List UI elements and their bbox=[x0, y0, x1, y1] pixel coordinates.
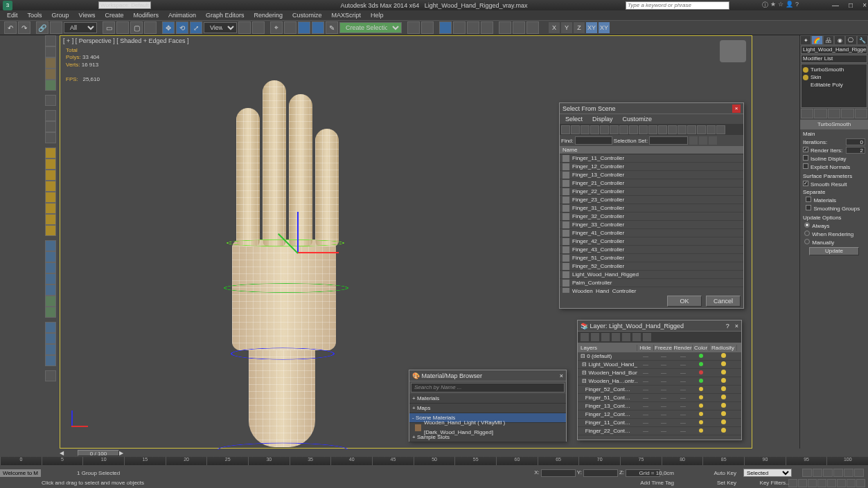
time-ruler[interactable]: 0510152025303540455055606570758085909510… bbox=[0, 457, 868, 465]
key-mode-select[interactable]: Selected bbox=[743, 469, 792, 477]
explicit-checkbox[interactable] bbox=[803, 163, 808, 169]
angle-snap-button[interactable] bbox=[284, 21, 296, 34]
menu-animation[interactable]: Animation bbox=[168, 12, 196, 19]
hide-button[interactable] bbox=[632, 333, 641, 341]
material-editor-button[interactable] bbox=[481, 21, 493, 34]
select-region-button[interactable]: ▢ bbox=[130, 21, 143, 34]
constraint-xy2[interactable]: XY bbox=[599, 22, 610, 33]
filter-icon[interactable] bbox=[707, 125, 716, 134]
tool-icon[interactable] bbox=[45, 307, 56, 318]
show-end-result-button[interactable] bbox=[814, 109, 826, 118]
menu-modifiers[interactable]: Modifiers bbox=[133, 12, 159, 19]
goto-start-button[interactable] bbox=[802, 469, 812, 477]
select-button[interactable]: ▭ bbox=[103, 21, 115, 34]
menu-rendering[interactable]: Rendering bbox=[254, 12, 283, 19]
select-name-button[interactable] bbox=[116, 21, 129, 34]
addtime-button[interactable]: Add Time Tag bbox=[640, 480, 674, 486]
freeze-button[interactable] bbox=[643, 333, 651, 341]
filter-icon[interactable] bbox=[581, 125, 590, 134]
tool-icon[interactable] bbox=[45, 240, 56, 251]
update-always-radio[interactable] bbox=[804, 222, 810, 228]
play-button[interactable] bbox=[823, 469, 833, 477]
time-slider-knob[interactable]: 0 / 100 bbox=[78, 450, 119, 456]
tool-icon[interactable] bbox=[45, 225, 56, 236]
close-icon[interactable]: × bbox=[732, 105, 741, 113]
filter-icon[interactable] bbox=[561, 125, 570, 134]
zoom-extents-button[interactable] bbox=[808, 479, 817, 487]
layer-row[interactable]: ⊟ Wooden_Hand_Bon…——— bbox=[578, 369, 741, 377]
layer-row[interactable]: Finger_52_Cont…——— bbox=[578, 386, 741, 394]
list-item[interactable]: Palm_Controller bbox=[560, 279, 743, 287]
col-render[interactable]: Render bbox=[673, 345, 693, 351]
update-button[interactable]: Update bbox=[809, 247, 859, 255]
tab-create[interactable]: ✦ bbox=[800, 35, 811, 45]
undo-button[interactable]: ↶ bbox=[4, 21, 17, 34]
menu-maxscript[interactable]: MAXScript bbox=[332, 12, 362, 19]
layer-row[interactable]: ⊟ Wooden_Ha…ontr…——— bbox=[578, 377, 741, 386]
tool-icon[interactable] bbox=[45, 262, 56, 273]
tab-display[interactable]: 🖵 bbox=[845, 35, 856, 45]
constraint-x[interactable]: X bbox=[549, 22, 560, 33]
tool-icon[interactable] bbox=[45, 203, 56, 214]
list-item[interactable]: Finger_13_Controller bbox=[560, 171, 743, 179]
tool-icon[interactable] bbox=[45, 181, 56, 192]
filter-icon[interactable] bbox=[610, 125, 619, 134]
pivot-button[interactable] bbox=[238, 21, 251, 34]
make-unique-button[interactable] bbox=[828, 109, 840, 118]
tool-icon[interactable] bbox=[45, 214, 56, 225]
align-button[interactable] bbox=[421, 21, 434, 34]
selset-icon[interactable] bbox=[699, 136, 707, 145]
pin-stack-button[interactable] bbox=[801, 109, 813, 118]
render-iters-checkbox[interactable] bbox=[803, 147, 808, 152]
list-item[interactable]: Finger_41_Controller bbox=[560, 229, 743, 237]
key-mode-button[interactable] bbox=[854, 469, 864, 477]
tool-icon[interactable] bbox=[45, 95, 56, 106]
render-iters-spinner[interactable]: 2 bbox=[846, 147, 865, 154]
maximize-button[interactable]: □ bbox=[849, 1, 853, 9]
list-item[interactable]: Finger_31_Controller bbox=[560, 204, 743, 213]
remove-mod-button[interactable] bbox=[841, 109, 853, 118]
add-to-layer-button[interactable] bbox=[601, 333, 610, 341]
filter-icon[interactable] bbox=[716, 125, 725, 134]
menu-help[interactable]: Help bbox=[371, 12, 384, 19]
unlink-button[interactable] bbox=[50, 21, 62, 34]
mirror-button[interactable] bbox=[407, 21, 420, 34]
scene-object-list[interactable]: Finger_11_ControllerFinger_12_Controller… bbox=[560, 154, 743, 293]
tab-display[interactable]: Display bbox=[592, 116, 613, 123]
category-maps[interactable]: + Maps bbox=[409, 404, 566, 413]
next-frame-button[interactable] bbox=[833, 469, 843, 477]
setkey-button[interactable]: Set Key bbox=[717, 480, 736, 486]
minimize-button[interactable]: — bbox=[832, 1, 839, 9]
constraint-y[interactable]: Y bbox=[561, 22, 572, 33]
tool-icon[interactable] bbox=[45, 284, 56, 296]
filter-icon[interactable] bbox=[619, 125, 628, 134]
viewcube-icon[interactable] bbox=[720, 40, 746, 62]
star-icon[interactable]: ☆ bbox=[778, 1, 783, 10]
list-item[interactable]: Finger_42_Controller bbox=[560, 237, 743, 246]
redo-button[interactable]: ↷ bbox=[18, 21, 30, 34]
close-icon[interactable]: × bbox=[560, 372, 563, 379]
pan-button[interactable] bbox=[837, 479, 846, 487]
isoline-checkbox[interactable] bbox=[803, 155, 808, 161]
menu-grapheditors[interactable]: Graph Editors bbox=[206, 12, 245, 19]
y-coord-input[interactable] bbox=[583, 469, 618, 477]
list-item[interactable]: Finger_52_Controller bbox=[560, 262, 743, 271]
tab-utilities[interactable]: 🔧 bbox=[857, 35, 868, 45]
named-selection-set[interactable]: Create Selection S bbox=[339, 22, 402, 33]
close-icon[interactable]: × bbox=[735, 323, 738, 329]
selection-filter[interactable]: All bbox=[64, 22, 97, 33]
selset-icon[interactable] bbox=[689, 136, 698, 145]
list-item[interactable]: Finger_11_Controller bbox=[560, 154, 743, 163]
highlight-button[interactable] bbox=[622, 333, 630, 341]
selset-icon[interactable] bbox=[709, 136, 717, 145]
filter-icon[interactable] bbox=[677, 125, 687, 134]
menu-group[interactable]: Group bbox=[52, 12, 69, 19]
tool-icon[interactable] bbox=[45, 132, 56, 143]
zoom-extents-all-button[interactable] bbox=[817, 479, 826, 487]
scene-object-hand[interactable] bbox=[185, 46, 393, 454]
list-item[interactable]: Finger_23_Controller bbox=[560, 196, 743, 204]
material-item[interactable]: Wooden_Hand_Light ( VRayMtl ) [Dark_Wood… bbox=[409, 423, 566, 433]
schematic-button[interactable] bbox=[467, 21, 479, 34]
filter-icon[interactable] bbox=[668, 125, 677, 134]
filter-icon[interactable] bbox=[590, 125, 599, 134]
